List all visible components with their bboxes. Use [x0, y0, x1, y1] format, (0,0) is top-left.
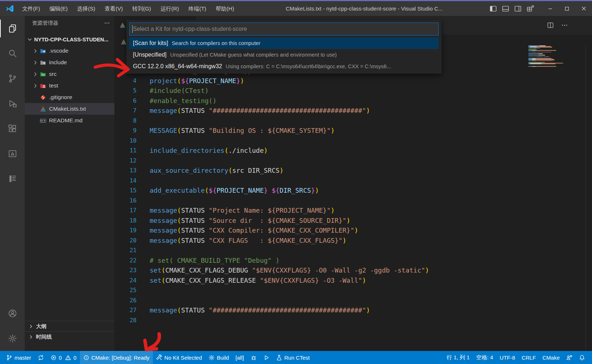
code-text: #enable_testing()	[150, 96, 216, 106]
menu-s[interactable]: 选择(S)	[72, 1, 100, 16]
menu-e[interactable]: 编辑(E)	[45, 1, 72, 16]
account-icon[interactable]	[0, 301, 25, 326]
tree-item-readme-md[interactable]: README.md	[25, 115, 114, 126]
status-label: Build	[217, 355, 229, 361]
tree-item-label: .vscode	[49, 48, 68, 54]
build-target-item[interactable]: [all]	[232, 351, 247, 364]
warning-count: 0	[73, 355, 76, 361]
code-line-25: 25	[114, 285, 528, 295]
sync-item[interactable]	[35, 351, 47, 364]
search-icon[interactable]	[0, 41, 25, 66]
tree-item--gitignore[interactable]: .gitignore	[25, 91, 114, 103]
toggle-panel-icon[interactable]	[502, 5, 509, 12]
code-line-10: 10	[114, 136, 528, 146]
menu-g[interactable]: 转到(G)	[127, 1, 156, 16]
kit-option-1[interactable]: [Unspecified]Unspecified (Let CMake gues…	[129, 49, 439, 61]
tree-item-src[interactable]: src	[25, 68, 114, 80]
code-line-16: 16	[114, 196, 528, 206]
chevron-right-icon	[33, 60, 39, 65]
code-line-20: 20message(STATUS "CXX FLAGS : ${CMAKE_CX…	[114, 236, 528, 246]
minimize-button[interactable]	[542, 1, 559, 16]
editor-scrollbar[interactable]	[585, 45, 586, 350]
feedback-item[interactable]	[563, 351, 576, 364]
code-text: message(STATUS "########################…	[150, 305, 370, 315]
code-text: set(CMAKE_CXX_FLAGS_DEBUG "$ENV{CXXFLAGS…	[150, 265, 429, 275]
line-number: 8	[114, 116, 137, 126]
branch-item[interactable]: master	[3, 351, 35, 364]
menu-bar: 文件(F)编辑(E)选择(S)查看(V)转到(G)运行(R)终端(T)帮助(H)	[17, 1, 239, 16]
window-title: CMakeLists.txt - nytd-cpp-class-student-…	[239, 5, 490, 12]
line-number: 13	[114, 165, 137, 176]
editor-more-actions-icon[interactable]	[561, 22, 568, 29]
cursor-position-item[interactable]: 行 1, 列 1	[443, 351, 473, 364]
run-debug-icon[interactable]	[0, 91, 25, 116]
explorer-root-folder[interactable]: NYTD-CPP-CLASS-STUDEN...	[25, 34, 114, 45]
code-text: message(STATUS "Source dir : ${CMAKE_SOU…	[150, 216, 350, 226]
cmake-file-icon	[119, 22, 126, 28]
kit-option-2[interactable]: GCC 12.2.0 x86_64-w64-mingw32Using compi…	[129, 61, 439, 72]
menu-f[interactable]: 文件(F)	[17, 1, 45, 16]
menu-t[interactable]: 终端(T)	[184, 1, 211, 16]
tree-item-include[interactable]: include	[25, 57, 114, 68]
sidebar-bottom-sections: 大纲 时间线	[25, 321, 114, 342]
kit-option-0[interactable]: [Scan for kits]Search for compilers on t…	[129, 37, 439, 49]
menu-h[interactable]: 帮助(H)	[211, 1, 239, 16]
split-editor-icon[interactable]	[547, 22, 554, 29]
encoding-item[interactable]: UTF-8	[496, 351, 519, 364]
window-controls	[542, 1, 592, 16]
source-control-icon[interactable]	[0, 66, 25, 91]
chevron-right-icon	[33, 83, 39, 89]
views-more-actions-icon[interactable]	[104, 20, 110, 26]
kit-option-label: GCC 12.2.0 x86_64-w64-mingw32	[133, 63, 222, 70]
text-cursor	[132, 25, 133, 33]
include-file-icon	[40, 60, 46, 66]
customize-layout-icon[interactable]	[527, 5, 534, 12]
ctest-item[interactable]: Run CTest	[273, 351, 313, 364]
tree-item-test[interactable]: test	[25, 80, 114, 91]
maximize-button[interactable]	[559, 1, 575, 16]
outline-book-icon[interactable]	[0, 166, 25, 191]
tree-item-label: README.md	[49, 117, 82, 124]
indentation-item[interactable]: 空格: 4	[473, 351, 496, 364]
tree-item-cmakelists-txt[interactable]: CMakeLists.txt	[25, 103, 114, 115]
tree-item-label: test	[49, 82, 58, 89]
tree-item--vscode[interactable]: .vscode	[25, 45, 114, 57]
kit-item[interactable]: No Kit Selected	[153, 351, 205, 364]
extensions-icon[interactable]	[0, 116, 25, 141]
status-label: master	[15, 355, 31, 361]
close-button[interactable]	[575, 1, 592, 16]
line-number: 19	[114, 225, 137, 236]
explorer-icon[interactable]	[0, 16, 25, 41]
line-number: 5	[114, 86, 137, 96]
menu-r[interactable]: 运行(R)	[156, 1, 184, 16]
outline-section-header[interactable]: 大纲	[25, 321, 114, 331]
sidebar-title: 资源管理器	[32, 20, 58, 26]
problems-item[interactable]: 00	[47, 351, 80, 364]
line-number: 7	[114, 106, 137, 116]
minimap[interactable]	[528, 45, 576, 68]
test-file-icon	[40, 83, 46, 89]
debug-item[interactable]	[247, 351, 260, 364]
chevron-down-icon	[27, 37, 33, 42]
cmake-status-item[interactable]: CMake: [Debug]: Ready	[80, 351, 153, 364]
language-mode-item[interactable]: CMake	[539, 351, 563, 364]
eol-item[interactable]: CRLF	[518, 351, 539, 364]
launch-item[interactable]	[260, 351, 273, 364]
quick-pick-input[interactable]: Select a Kit for nytd-cpp-class-student-…	[129, 23, 439, 36]
menu-v[interactable]: 查看(V)	[100, 1, 127, 16]
line-number: 27	[114, 305, 137, 315]
code-text: project(${PROJECT_NAME})	[150, 76, 244, 86]
sync-icon	[38, 355, 44, 361]
code-text: add_executable(${PROJECT_NAME} ${DIR_SRC…	[150, 185, 319, 196]
settings-gear-icon[interactable]	[0, 326, 25, 351]
line-number: 23	[114, 265, 137, 275]
tree-item-label: CMakeLists.txt	[49, 106, 86, 112]
notifications-item[interactable]	[576, 351, 588, 364]
build-item[interactable]: Build	[205, 351, 232, 364]
cmake-panel-icon[interactable]	[0, 141, 25, 166]
toggle-sidebar-icon[interactable]	[490, 5, 497, 12]
status-bar-right: 行 1, 列 1空格: 4UTF-8CRLFCMake	[443, 351, 592, 364]
timeline-section-header[interactable]: 时间线	[25, 331, 114, 342]
toggle-secondary-sidebar-icon[interactable]	[514, 5, 522, 12]
layout-controls	[490, 5, 534, 12]
